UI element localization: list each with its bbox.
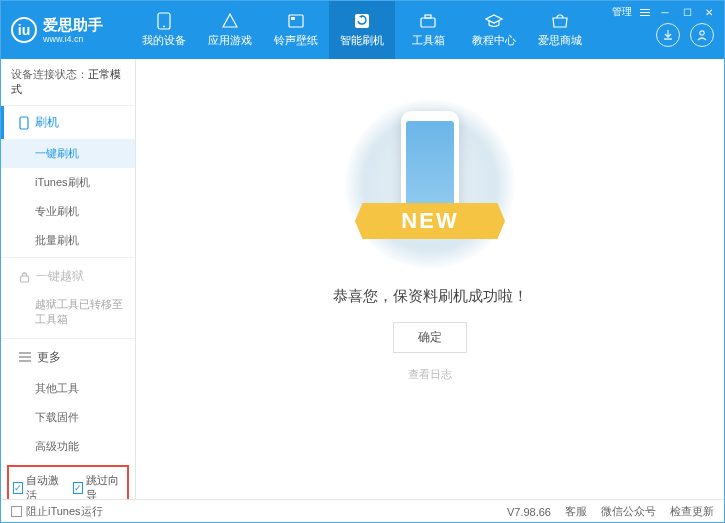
apps-icon — [221, 12, 239, 30]
svg-point-7 — [700, 31, 704, 35]
app-logo: iu 爱思助手 www.i4.cn — [11, 16, 131, 45]
svg-point-1 — [163, 26, 165, 28]
user-icon[interactable] — [690, 23, 714, 47]
wallpaper-icon — [287, 12, 305, 30]
sidebar-item-oneclick[interactable]: 一键刷机 — [1, 139, 135, 168]
nav-store[interactable]: 爱思商城 — [527, 1, 593, 59]
new-badge: NEW — [355, 203, 505, 239]
app-url: www.i4.cn — [43, 34, 103, 45]
sidebar-item-itunes[interactable]: iTunes刷机 — [1, 168, 135, 197]
check-update-link[interactable]: 检查更新 — [670, 504, 714, 519]
view-log-link[interactable]: 查看日志 — [408, 367, 452, 382]
checkbox-skip-guide[interactable]: ✓ 跳过向导 — [73, 473, 123, 499]
window-controls: 管理 ─ ☐ ✕ — [612, 5, 716, 19]
more-icon — [19, 352, 31, 362]
phone-small-icon — [19, 116, 29, 130]
wechat-link[interactable]: 微信公众号 — [601, 504, 656, 519]
nav-toolbox[interactable]: 工具箱 — [395, 1, 461, 59]
sidebar-section-restore[interactable]: 刷机 — [1, 106, 135, 139]
ok-button[interactable]: 确定 — [393, 322, 467, 353]
device-status: 设备连接状态：正常模式 — [1, 59, 135, 106]
checkbox-auto-activate[interactable]: ✓ 自动激活 — [13, 473, 63, 499]
title-bar: iu 爱思助手 www.i4.cn 我的设备 应用游戏 铃声壁纸 智能刷机 工具… — [1, 1, 724, 59]
sidebar-item-advanced[interactable]: 高级功能 — [1, 432, 135, 461]
sidebar-item-download-fw[interactable]: 下载固件 — [1, 403, 135, 432]
status-bar: 阻止iTunes运行 V7.98.66 客服 微信公众号 检查更新 — [1, 499, 724, 523]
store-icon — [551, 12, 569, 30]
sidebar-section-jailbreak: 一键越狱 — [1, 260, 135, 293]
maximize-button[interactable]: ☐ — [680, 6, 694, 18]
logo-icon: iu — [11, 17, 37, 43]
main-content: NEW 恭喜您，保资料刷机成功啦！ 确定 查看日志 — [136, 59, 724, 499]
svg-rect-2 — [289, 15, 303, 27]
svg-rect-3 — [291, 17, 295, 20]
nav-tutorials[interactable]: 教程中心 — [461, 1, 527, 59]
support-link[interactable]: 客服 — [565, 504, 587, 519]
app-name: 爱思助手 — [43, 16, 103, 34]
checkbox-icon: ✓ — [13, 482, 23, 494]
jailbreak-note: 越狱工具已转移至工具箱 — [1, 293, 135, 336]
nav-apps[interactable]: 应用游戏 — [197, 1, 263, 59]
lock-icon — [19, 271, 30, 283]
graduation-icon — [485, 12, 503, 30]
block-itunes-checkbox[interactable] — [11, 506, 22, 517]
svg-rect-8 — [20, 117, 28, 129]
close-button[interactable]: ✕ — [702, 6, 716, 18]
svg-rect-9 — [21, 276, 29, 282]
success-message: 恭喜您，保资料刷机成功啦！ — [333, 287, 528, 306]
menu-icon[interactable] — [640, 9, 650, 16]
svg-rect-5 — [421, 18, 435, 27]
prefs-label[interactable]: 管理 — [612, 5, 632, 19]
minimize-button[interactable]: ─ — [658, 6, 672, 18]
sidebar-section-more[interactable]: 更多 — [1, 341, 135, 374]
nav-ringtones[interactable]: 铃声壁纸 — [263, 1, 329, 59]
sidebar-item-pro[interactable]: 专业刷机 — [1, 197, 135, 226]
download-icon[interactable] — [656, 23, 680, 47]
sidebar-item-batch[interactable]: 批量刷机 — [1, 226, 135, 255]
success-illustration: NEW — [340, 99, 520, 269]
sidebar-item-other-tools[interactable]: 其他工具 — [1, 374, 135, 403]
checkbox-icon: ✓ — [73, 482, 83, 494]
nav-flash[interactable]: 智能刷机 — [329, 1, 395, 59]
refresh-icon — [353, 12, 371, 30]
activation-options: ✓ 自动激活 ✓ 跳过向导 — [7, 465, 129, 499]
version-label: V7.98.66 — [507, 506, 551, 518]
block-itunes-label: 阻止iTunes运行 — [26, 504, 103, 519]
main-nav: 我的设备 应用游戏 铃声壁纸 智能刷机 工具箱 教程中心 爱思商城 — [131, 1, 593, 59]
nav-my-device[interactable]: 我的设备 — [131, 1, 197, 59]
toolbox-icon — [419, 12, 437, 30]
svg-rect-6 — [425, 15, 431, 18]
sidebar: 设备连接状态：正常模式 刷机 一键刷机 iTunes刷机 专业刷机 批量刷机 一… — [1, 59, 136, 499]
phone-icon — [155, 12, 173, 30]
